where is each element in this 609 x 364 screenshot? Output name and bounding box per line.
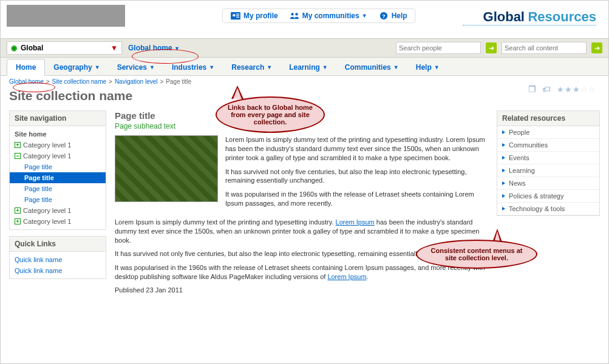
tab-learning[interactable]: Learning▼	[281, 59, 336, 75]
page-action-icon[interactable]: ❐	[528, 84, 536, 94]
crumb-global-home[interactable]: Global home	[9, 78, 44, 85]
inline-link[interactable]: Lorem Ipsum	[336, 218, 375, 226]
related-news[interactable]: News	[497, 177, 599, 190]
nav-page-1[interactable]: Page title	[10, 161, 106, 172]
chevron-down-icon: ▼	[111, 44, 118, 52]
region-select[interactable]: ◉ Global ▼	[7, 41, 122, 55]
top-menu: My profile My communities ▼ ? Help	[222, 8, 415, 23]
nav-category-4[interactable]: +Category level 1	[10, 216, 106, 227]
tab-research[interactable]: Research▼	[223, 59, 281, 75]
nav-category-2-expanded[interactable]: −Category level 1	[10, 150, 106, 161]
brand-title: Global Resources	[483, 9, 596, 25]
chevron-down-icon: ▼	[174, 46, 180, 52]
related-policies[interactable]: Policies & strategy	[497, 190, 599, 203]
svg-rect-2	[236, 14, 239, 15]
tab-help[interactable]: Help▼	[407, 59, 448, 75]
annotation-callout-2: Consistent content menus at site collect…	[416, 240, 537, 269]
body-para: It has survived not only five centuries,…	[225, 167, 488, 186]
logo-placeholder	[7, 5, 125, 27]
svg-rect-4	[236, 17, 239, 18]
crumb-level[interactable]: Navigation level	[115, 78, 158, 85]
related-technology[interactable]: Technology & tools	[497, 203, 599, 215]
nav-category-1[interactable]: +Category level 1	[10, 140, 106, 150]
main-nav: Home Geography▼ Services▼ Industries▼ Re…	[1, 58, 608, 76]
site-nav-head: Site navigation	[10, 111, 106, 126]
quick-link-1[interactable]: Quick link name	[10, 254, 106, 265]
quick-link-2[interactable]: Quick link name	[10, 265, 106, 276]
help-link[interactable]: ? Help	[378, 12, 407, 20]
site-navigation-panel: Site navigation Site home +Category leve…	[9, 110, 106, 230]
nav-page-2-active[interactable]: Page title	[10, 172, 106, 183]
tab-services[interactable]: Services▼	[109, 59, 163, 75]
annotation-callout-1: Links back to Global home from every pag…	[216, 96, 325, 133]
tab-communities[interactable]: Communities▼	[336, 59, 407, 75]
svg-point-5	[291, 13, 293, 15]
nav-page-4[interactable]: Page title	[10, 194, 106, 205]
body-para: It was popularised in the 1960s with the…	[115, 263, 488, 281]
search-people-input[interactable]	[396, 42, 481, 54]
published-date: Published 23 Jan 2011	[115, 286, 488, 294]
communities-icon	[289, 12, 300, 20]
my-profile-link[interactable]: My profile	[230, 12, 278, 20]
tab-geography[interactable]: Geography▼	[45, 59, 108, 75]
inline-link[interactable]: Lorem Ipsum	[327, 273, 366, 280]
my-communities-link[interactable]: My communities ▼	[289, 12, 367, 20]
related-events[interactable]: Events	[497, 152, 599, 164]
callout-tail	[231, 86, 243, 99]
related-communities[interactable]: Communities	[497, 139, 599, 152]
search-content-input[interactable]	[502, 42, 587, 54]
quick-links-head: Quick Links	[10, 237, 106, 252]
help-label: Help	[392, 12, 407, 20]
tab-industries[interactable]: Industries▼	[163, 59, 223, 75]
crumb-current: Page title	[166, 78, 191, 85]
nav-site-home[interactable]: Site home	[10, 129, 106, 140]
global-home-link[interactable]: Global home ▼	[128, 44, 180, 52]
my-profile-label: My profile	[243, 12, 278, 20]
svg-point-1	[233, 14, 235, 16]
tag-icon[interactable]: 🏷	[542, 84, 551, 94]
hero-image-maze	[115, 135, 218, 202]
svg-text:?: ?	[382, 13, 386, 19]
body-para: Lorem Ipsum is simply dummy text of the …	[225, 135, 488, 163]
related-learning[interactable]: Learning	[497, 164, 599, 177]
svg-rect-3	[236, 15, 239, 16]
tab-home[interactable]: Home	[7, 59, 45, 76]
my-communities-label: My communities	[302, 12, 359, 20]
quick-links-panel: Quick Links Quick link name Quick link n…	[9, 236, 106, 279]
crumb-site[interactable]: Site collection name	[52, 78, 107, 85]
related-people[interactable]: People	[497, 126, 599, 139]
related-resources-panel: Related resources People Communities Eve…	[497, 110, 600, 216]
related-head: Related resources	[497, 111, 599, 126]
region-label: Global	[21, 44, 43, 52]
rating-stars[interactable]: ★★★☆☆	[557, 85, 596, 94]
svg-point-6	[295, 13, 298, 15]
chevron-down-icon: ▼	[362, 13, 367, 19]
help-icon: ?	[378, 12, 389, 20]
brand-underline	[463, 25, 596, 25]
body-para: Lorem Ipsum is simply dummy text of the …	[115, 218, 488, 245]
search-content-go[interactable]: ➜	[591, 42, 602, 53]
profile-icon	[230, 12, 241, 20]
search-people-go[interactable]: ➜	[486, 42, 497, 53]
nav-page-3[interactable]: Page title	[10, 183, 106, 194]
body-para: It was popularised in the 1960s with the…	[225, 190, 488, 208]
breadcrumb: Global home > Site collection name > Nav…	[1, 76, 608, 87]
nav-category-3[interactable]: +Category level 1	[10, 205, 106, 216]
globe-icon: ◉	[11, 44, 17, 52]
